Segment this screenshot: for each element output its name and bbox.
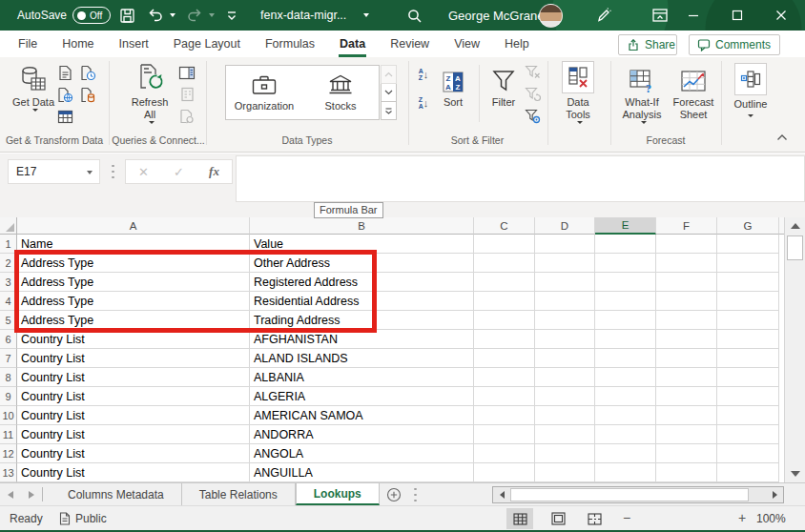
tab-bar-grip[interactable]	[414, 486, 417, 503]
cell-G11[interactable]	[717, 425, 779, 444]
cell-B11[interactable]: ANDORRA	[250, 425, 474, 444]
sheet-nav-next[interactable]	[21, 483, 42, 505]
sensitivity-label[interactable]: Public	[75, 512, 107, 525]
row-header-11[interactable]: 11	[0, 425, 17, 444]
new-sheet-button[interactable]	[380, 483, 408, 505]
cell-D10[interactable]	[535, 406, 595, 425]
horizontal-scrollbar[interactable]	[492, 486, 784, 503]
outline-button[interactable]: Outline	[729, 59, 773, 117]
sheet-nav-previous[interactable]	[0, 483, 21, 505]
cell-B5[interactable]: Trading Address	[250, 311, 474, 330]
column-header-G[interactable]: G	[717, 217, 779, 235]
row-header-13[interactable]: 13	[0, 463, 17, 482]
normal-view-button[interactable]	[506, 508, 533, 529]
cell-C10[interactable]	[474, 406, 535, 425]
cell-B2[interactable]: Other Address	[250, 254, 474, 273]
close-button[interactable]	[761, 0, 801, 31]
formula-bar-input[interactable]	[236, 155, 805, 202]
page-layout-view-button[interactable]	[545, 508, 571, 529]
zoom-out-button[interactable]: −	[623, 510, 630, 525]
cell-F13[interactable]	[656, 463, 717, 482]
sheet-tab-lookups[interactable]: Lookups	[296, 483, 380, 505]
scroll-left-button[interactable]	[495, 490, 508, 500]
cell-A7[interactable]: Country List	[17, 349, 250, 368]
formula-bar-grip[interactable]	[112, 163, 114, 180]
maximize-button[interactable]	[717, 0, 757, 31]
cell-C2[interactable]	[474, 254, 535, 273]
cell-E1[interactable]	[595, 235, 656, 254]
sheet-tab-columns-metadata[interactable]: Columns Metadata	[51, 483, 182, 505]
cancel-entry-icon[interactable]: ✕	[138, 165, 149, 179]
cell-D9[interactable]	[535, 387, 595, 406]
cell-B6[interactable]: AFGHANISTAN	[250, 330, 474, 349]
reapply-filter-button[interactable]	[523, 85, 542, 104]
cell-A12[interactable]: Country List	[17, 444, 250, 463]
data-type-organization[interactable]: Organization	[226, 66, 302, 119]
cell-D11[interactable]	[535, 425, 595, 444]
cell-F10[interactable]	[656, 406, 717, 425]
advanced-filter-button[interactable]	[523, 107, 542, 126]
ribbon-tab-data[interactable]: Data	[327, 31, 378, 57]
gallery-scroll-up[interactable]	[381, 65, 397, 84]
avatar[interactable]	[539, 4, 563, 28]
scroll-down-button[interactable]	[785, 465, 805, 482]
cell-E6[interactable]	[595, 330, 656, 349]
cell-G2[interactable]	[717, 254, 779, 273]
column-header-F[interactable]: F	[656, 217, 717, 235]
clear-filter-button[interactable]	[523, 63, 542, 82]
cell-E2[interactable]	[595, 254, 656, 273]
column-header-D[interactable]: D	[535, 217, 595, 235]
sort-descending-button[interactable]: ZA↓	[414, 93, 433, 113]
recent-sources-button[interactable]	[78, 63, 97, 82]
properties-button[interactable]	[177, 85, 196, 104]
cell-C6[interactable]	[474, 330, 535, 349]
cell-G12[interactable]	[717, 444, 779, 463]
refresh-all-button[interactable]: Refresh All	[126, 61, 174, 124]
cell-E8[interactable]	[595, 368, 656, 387]
confirm-entry-icon[interactable]: ✓	[174, 165, 184, 179]
cell-G5[interactable]	[717, 311, 779, 330]
what-if-analysis-button[interactable]: ? What-If Analysis	[612, 61, 671, 124]
from-table-range-button[interactable]	[55, 107, 74, 126]
cell-C7[interactable]	[474, 349, 535, 368]
cell-G4[interactable]	[717, 292, 779, 311]
cell-B12[interactable]: ANGOLA	[250, 444, 474, 463]
from-web-button[interactable]	[55, 85, 74, 104]
ribbon-tab-insert[interactable]: Insert	[107, 31, 161, 57]
row-header-9[interactable]: 9	[0, 387, 17, 406]
get-data-button[interactable]: Get Data	[11, 61, 55, 112]
column-header-B[interactable]: B	[250, 217, 474, 235]
zoom-level[interactable]: 100%	[756, 512, 786, 525]
row-header-4[interactable]: 4	[0, 292, 17, 311]
cell-A11[interactable]: Country List	[17, 425, 250, 444]
cell-E9[interactable]	[595, 387, 656, 406]
zoom-in-button[interactable]: +	[738, 510, 746, 525]
cell-B10[interactable]: AMERICAN SAMOA	[250, 406, 474, 425]
cell-B3[interactable]: Registered Address	[250, 273, 474, 292]
cell-F7[interactable]	[656, 349, 717, 368]
ribbon-tab-help[interactable]: Help	[492, 31, 542, 57]
cell-E4[interactable]	[595, 292, 656, 311]
cell-D1[interactable]	[535, 235, 595, 254]
collapse-ribbon-button[interactable]	[776, 133, 788, 141]
ribbon-tab-file[interactable]: File	[6, 31, 50, 57]
cell-B7[interactable]: ALAND ISLANDS	[250, 349, 474, 368]
cell-C11[interactable]	[474, 425, 535, 444]
name-box[interactable]: E17	[8, 159, 100, 184]
cell-E5[interactable]	[595, 311, 656, 330]
cell-A8[interactable]: Country List	[17, 368, 250, 387]
row-header-2[interactable]: 2	[0, 254, 17, 273]
vertical-scrollbar[interactable]	[784, 217, 805, 482]
forecast-sheet-button[interactable]: Forecast Sheet	[668, 61, 719, 121]
scroll-right-button[interactable]	[768, 490, 781, 500]
row-header-6[interactable]: 6	[0, 330, 17, 349]
cell-E13[interactable]	[595, 463, 656, 482]
cell-F9[interactable]	[656, 387, 717, 406]
queries-connections-button[interactable]	[177, 63, 196, 82]
cell-G3[interactable]	[717, 273, 779, 292]
cell-D3[interactable]	[535, 273, 595, 292]
cell-F8[interactable]	[656, 368, 717, 387]
cell-D8[interactable]	[535, 368, 595, 387]
cell-C5[interactable]	[474, 311, 535, 330]
cell-G7[interactable]	[717, 349, 779, 368]
